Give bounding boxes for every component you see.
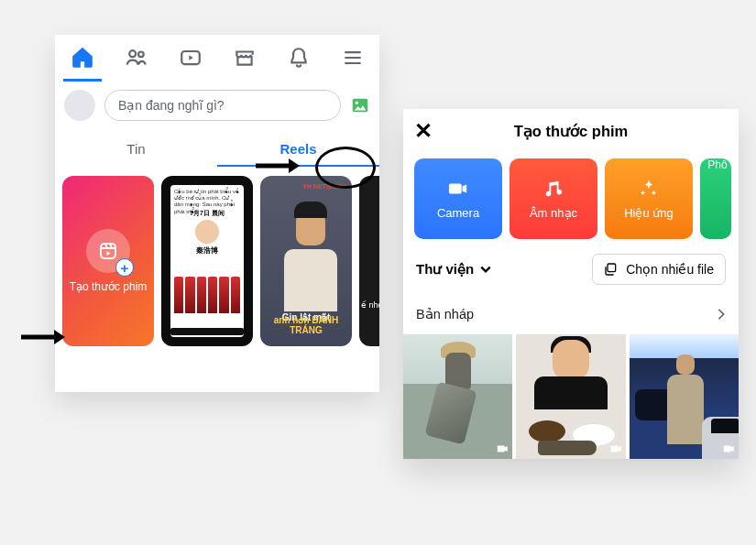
stories-reels-tabs: Tin Reels [55, 130, 379, 167]
sheet-title: Tạo thước phim [514, 123, 629, 140]
reel2-name: 秦浩博 [196, 245, 218, 256]
photo-icon[interactable] [350, 95, 370, 115]
sheet-header: ✕ Tạo thước phim [403, 109, 739, 153]
top-nav [55, 35, 379, 81]
nav-watch[interactable] [164, 35, 217, 81]
library-label: Thư viện [416, 261, 474, 278]
gallery-item-3[interactable] [630, 334, 739, 459]
tile-effect-label: Hiệu ứng [624, 206, 674, 220]
composer-input[interactable]: Bạn đang nghĩ gì? [104, 90, 341, 121]
gallery-item-1[interactable] [403, 334, 512, 459]
library-row: Thư viện Chọn nhiều file [403, 250, 739, 296]
multi-select-label: Chọn nhiều file [626, 262, 714, 277]
reel3-line2: anh hơn BÁNH TRÁNG [260, 315, 352, 335]
video-badge-icon [609, 442, 622, 455]
facebook-feed-screenshot: Bạn đang nghĩ gì? Tin Reels + Tạo thước … [55, 35, 379, 392]
nav-friends[interactable] [110, 35, 163, 81]
nav-home[interactable] [56, 35, 109, 81]
tab-tin[interactable]: Tin [55, 130, 217, 167]
reel-card-3[interactable]: YH NETWORK Gin lật mặt anh hơn BÁNH TRÁN… [260, 176, 352, 346]
reels-row: + Tạo thước phim Cậu bé tự tin phát biểu… [55, 167, 379, 355]
tile-music-label: Âm nhạc [530, 206, 577, 220]
tile-music[interactable]: Âm nhạc [509, 158, 597, 239]
close-icon[interactable]: ✕ [414, 120, 433, 142]
source-tiles: Camera Âm nhạc Hiệu ứng Phô [403, 153, 739, 250]
drafts-label: Bản nháp [416, 307, 474, 322]
tile-green-label: Phô [707, 158, 727, 171]
video-badge-icon [496, 442, 509, 455]
reel-card-2[interactable]: Cậu bé tự tin phát biểu về ước mơ của mì… [161, 176, 253, 346]
tile-camera-label: Camera [437, 206, 479, 220]
tile-green-peek[interactable]: Phô [700, 158, 731, 239]
reel3-tag: YH NETWORK [302, 183, 346, 190]
reel2-date: 7月7日 晨间 [190, 209, 225, 218]
svg-point-4 [356, 102, 358, 104]
reel4-text: ế nhé [361, 300, 379, 310]
chevron-right-icon [717, 308, 726, 321]
stack-icon [604, 262, 619, 277]
plus-badge-icon: + [115, 258, 134, 277]
drafts-row[interactable]: Bản nháp [403, 296, 739, 332]
gallery-item-2[interactable] [516, 334, 625, 459]
nav-menu[interactable] [326, 35, 379, 81]
svg-point-0 [129, 50, 136, 57]
composer-row: Bạn đang nghĩ gì? [55, 81, 379, 130]
nav-marketplace[interactable] [218, 35, 271, 81]
tile-effect[interactable]: Hiệu ứng [605, 158, 693, 239]
svg-rect-8 [608, 264, 616, 272]
reels-icon: + [86, 229, 130, 273]
create-reel-label: Tạo thước phim [70, 280, 148, 293]
nav-notifications[interactable] [272, 35, 325, 81]
svg-rect-5 [101, 244, 115, 258]
svg-point-1 [138, 51, 144, 57]
library-dropdown[interactable]: Thư viện [416, 261, 492, 278]
create-reel-sheet: ✕ Tạo thước phim Camera Âm nhạc Hiệu ứng… [403, 109, 739, 459]
chevron-down-icon [479, 263, 492, 276]
arrow-annotation-2 [19, 328, 65, 346]
gallery-grid [403, 334, 739, 459]
reel-card-4-peek[interactable]: ế nhé [359, 176, 379, 346]
arrow-annotation-1 [254, 157, 300, 175]
composer-placeholder: Bạn đang nghĩ gì? [118, 98, 225, 113]
multi-select-button[interactable]: Chọn nhiều file [592, 254, 726, 285]
create-reel-card[interactable]: + Tạo thước phim [62, 176, 154, 346]
tile-camera[interactable]: Camera [414, 158, 502, 239]
avatar[interactable] [64, 90, 95, 121]
video-badge-icon [722, 442, 735, 455]
